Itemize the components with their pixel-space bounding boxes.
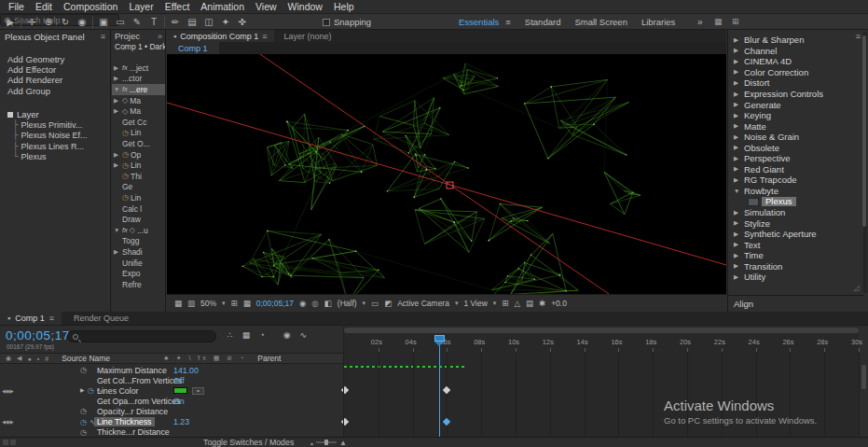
timeline-zoom-slider[interactable]: ▴ ▲ — [310, 439, 347, 447]
effects-category-channel[interactable]: ▶Channel — [728, 46, 863, 57]
menu-item-file[interactable]: File — [3, 0, 30, 14]
camera-selector-value[interactable]: Active Camera — [397, 299, 449, 308]
stopwatch-icon[interactable]: ◷ — [80, 418, 87, 426]
category-twirl-icon[interactable]: ▶ — [734, 58, 741, 65]
tab-layer-none[interactable]: Layer (none) — [275, 30, 341, 42]
property-value[interactable]: Off — [173, 376, 185, 385]
twirl-icon[interactable]: ▶ — [114, 75, 120, 82]
timeline-lanes[interactable]: 02s04s06s08s10s12s14s16s18s20s22s24s26s2… — [344, 327, 859, 437]
workspace-small-screen[interactable]: Small Screen — [574, 17, 627, 27]
effect-control-row[interactable]: ▶...ctor — [112, 74, 166, 85]
roto-brush-tool-icon[interactable]: ✦ — [217, 14, 234, 30]
timeline-corner-buttons[interactable] — [3, 440, 16, 445]
effect-control-row[interactable]: Togg — [112, 236, 166, 247]
effect-control-row[interactable]: ▼fx◇...u — [112, 225, 166, 236]
tree-root-layer[interactable]: Layer — [0, 109, 110, 120]
stopwatch-icon[interactable]: ◷ — [122, 172, 129, 180]
keyframe-navigator[interactable]: ◀◆▶ — [2, 388, 17, 394]
category-twirl-icon[interactable]: ▶ — [734, 47, 741, 54]
keyframe-navigator[interactable]: ◀◆▶ — [2, 419, 17, 425]
menu-item-effect[interactable]: Effect — [159, 0, 196, 14]
main-screen-icon[interactable]: ▥ — [187, 299, 195, 308]
effects-category-time[interactable]: ▶Time — [728, 250, 863, 261]
category-twirl-icon[interactable]: ▶ — [734, 68, 741, 76]
eraser-tool-icon[interactable]: ◫ — [200, 14, 217, 30]
region-of-interest-icon[interactable]: ▭ — [371, 299, 379, 308]
effect-item-plexus[interactable]: Plexus — [728, 196, 863, 207]
twirl-icon[interactable]: ▼ — [114, 227, 120, 233]
stopwatch-icon[interactable]: ◷ — [80, 407, 87, 415]
current-timecode[interactable]: 0;00;05;17 — [6, 328, 70, 342]
shape-tool-icon[interactable]: ▭ — [112, 14, 129, 30]
effect-control-row[interactable]: Calc l — [112, 203, 166, 215]
effects-category-text[interactable]: ▶Text — [728, 239, 863, 250]
category-twirl-icon[interactable]: ▶ — [734, 144, 741, 151]
timeline-search[interactable] — [67, 330, 216, 342]
property-name[interactable]: Thickne...r Distance — [97, 427, 170, 437]
effect-control-row[interactable]: Draw — [112, 214, 166, 225]
orbit-camera-tool-icon[interactable]: ↻ — [57, 14, 74, 30]
timeline-button-icon[interactable]: ▤ — [526, 299, 533, 308]
workspace-essentials[interactable]: Essentials — [459, 17, 499, 27]
resolution-caret-icon[interactable]: ▾ — [363, 300, 366, 307]
category-twirl-icon[interactable]: ▶ — [734, 79, 741, 87]
effects-category-cinema-4d[interactable]: ▶CINEMA 4D — [728, 56, 863, 67]
tab-render-queue[interactable]: Render Queue — [62, 312, 140, 325]
resolution-value[interactable]: (Half) — [338, 299, 357, 308]
expander-icon[interactable]: ▶ — [80, 386, 85, 395]
effects-category-distort[interactable]: ▶Distort — [728, 77, 863, 89]
exposure-icon[interactable]: ✱ — [539, 299, 545, 308]
camera-tool-icon[interactable]: ◉ — [74, 14, 90, 30]
draft-3d-icon[interactable]: ▦ — [242, 330, 251, 340]
property-row[interactable]: Get Col...From VerticesOff — [0, 375, 343, 385]
view-layout-value[interactable]: 1 View — [463, 299, 487, 308]
twirl-icon[interactable]: ▶ — [114, 64, 120, 72]
snapping-checkbox[interactable] — [323, 19, 330, 26]
effect-control-row[interactable]: ▼fx...ere — [112, 84, 166, 95]
property-row[interactable]: ◀◆▶◷∿Line Thickness1.23 — [0, 417, 343, 427]
property-name[interactable]: Get Opa...rom Vertices — [97, 397, 180, 406]
category-twirl-icon[interactable]: ▶ — [734, 133, 741, 141]
show-channels-icon[interactable]: ◧ — [324, 299, 332, 308]
category-twirl-icon[interactable]: ▶ — [734, 209, 741, 217]
panel-expand-icon[interactable]: » — [158, 32, 162, 41]
effects-scrollbar[interactable] — [863, 32, 867, 293]
property-row[interactable]: Get Opa...rom VerticesOn — [0, 396, 343, 406]
effect-control-row[interactable]: Get O... — [112, 138, 166, 149]
tree-item[interactable]: └Plexus — [0, 152, 110, 163]
plexus-button-add-effector[interactable]: Add Effector — [0, 64, 110, 75]
work-area-bar[interactable] — [344, 328, 859, 333]
mask-visibility-icon[interactable]: ▦ — [243, 299, 251, 308]
property-row[interactable]: ◀◆▶▶◷∿Lines Color= — [0, 385, 343, 396]
hide-shy-layers-icon[interactable]: ◔ — [259, 330, 264, 340]
safe-zones-icon[interactable]: ⊞ — [231, 299, 238, 308]
workspace-libraries[interactable]: Libraries — [641, 17, 675, 27]
property-name[interactable]: Lines Color — [97, 386, 139, 396]
twirl-icon[interactable]: ▶ — [114, 97, 120, 105]
effect-control-row[interactable]: ◷Thi — [112, 171, 166, 182]
effects-category-simulation[interactable]: ▶Simulation — [728, 207, 863, 218]
mini-flowchart-icon[interactable]: ∴ — [227, 330, 233, 340]
property-value[interactable]: On — [173, 397, 185, 406]
camera-caret-icon[interactable]: ▾ — [455, 300, 459, 307]
always-preview-icon[interactable]: ▦ — [174, 299, 182, 308]
category-twirl-icon[interactable]: ▶ — [734, 262, 741, 270]
effects-category-utility[interactable]: ▶Utility — [728, 272, 863, 283]
property-name[interactable]: Get Col...From Vertices — [97, 376, 182, 385]
effect-control-row[interactable]: ▶◇Ma — [112, 105, 166, 117]
type-tool-icon[interactable]: T — [145, 14, 162, 30]
pen-tool-icon[interactable]: ✎ — [129, 14, 145, 30]
show-snapshot-icon[interactable]: ◎ — [311, 299, 318, 308]
property-name[interactable]: Maximum Distance — [97, 366, 167, 375]
effects-category-stylize[interactable]: ▶Stylize — [728, 217, 863, 229]
twirl-icon[interactable]: ▶ — [114, 248, 120, 256]
hand-tool-icon[interactable]: ✛ — [23, 14, 40, 30]
twirl-icon[interactable]: ▶ — [114, 161, 120, 169]
timeline-scrollbar[interactable] — [861, 365, 866, 430]
playhead-handle[interactable] — [434, 335, 445, 342]
menu-item-help[interactable]: Help — [328, 0, 360, 14]
effect-control-row[interactable]: ▶◷Op — [112, 149, 166, 161]
plexus-button-add-group[interactable]: Add Group — [0, 86, 110, 96]
view-layout-caret-icon[interactable]: ▾ — [493, 300, 497, 307]
tab-composition-comp1[interactable]: ▪ Composition Comp 1 ≡ — [167, 30, 274, 42]
